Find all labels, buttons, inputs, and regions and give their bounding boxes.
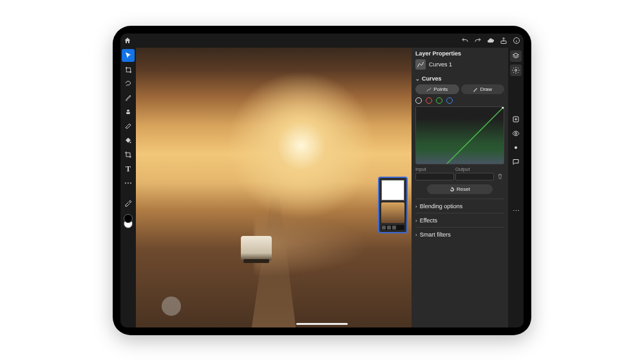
curves-points-button[interactable]: Points bbox=[415, 84, 459, 94]
cursor-tool[interactable] bbox=[122, 49, 135, 62]
channel-rgb[interactable] bbox=[415, 97, 422, 104]
svg-point-12 bbox=[515, 133, 517, 135]
tool-bar: T ⋯ bbox=[120, 48, 136, 327]
curves-points-label: Points bbox=[433, 86, 448, 92]
layer-name: Curves 1 bbox=[429, 61, 452, 68]
channel-blue[interactable] bbox=[446, 97, 453, 104]
svg-point-13 bbox=[515, 146, 517, 149]
more-rail-icon[interactable]: ⋯ bbox=[510, 205, 522, 217]
svg-point-10 bbox=[515, 70, 517, 72]
effects-toggle[interactable]: › Effects bbox=[415, 213, 504, 225]
share-icon[interactable] bbox=[499, 36, 508, 45]
info-icon[interactable] bbox=[512, 36, 521, 45]
input-field[interactable] bbox=[415, 173, 454, 180]
foreground-swatch[interactable] bbox=[124, 214, 133, 223]
input-output-row: Input Output bbox=[415, 166, 504, 180]
curves-section-toggle[interactable]: ⌄ Curves bbox=[415, 75, 504, 82]
reset-label: Reset bbox=[457, 186, 470, 192]
styles-rail-icon[interactable] bbox=[510, 142, 522, 153]
panel-title: Layer Properties bbox=[415, 50, 461, 57]
svg-point-5 bbox=[130, 142, 131, 143]
transform-tool[interactable] bbox=[122, 63, 135, 76]
undo-icon[interactable] bbox=[460, 36, 469, 45]
reset-button[interactable]: Reset bbox=[427, 184, 493, 194]
layers-rail-icon[interactable] bbox=[510, 50, 522, 62]
fill-tool[interactable] bbox=[122, 134, 135, 147]
touch-handle[interactable] bbox=[162, 297, 181, 316]
svg-line-7 bbox=[416, 107, 504, 164]
smart-filters-label: Smart filters bbox=[420, 231, 451, 238]
layer-type-icon bbox=[415, 59, 426, 70]
layer-action-2[interactable] bbox=[387, 226, 391, 229]
cloud-icon[interactable] bbox=[486, 36, 495, 45]
channel-red[interactable] bbox=[426, 97, 432, 104]
chevron-down-icon: ⌄ bbox=[415, 76, 420, 82]
svg-point-4 bbox=[129, 71, 131, 72]
effects-label: Effects bbox=[420, 217, 437, 224]
van-shape bbox=[241, 236, 272, 260]
home-indicator[interactable] bbox=[296, 323, 348, 325]
chevron-right-icon: › bbox=[415, 218, 417, 224]
type-tool[interactable]: T bbox=[122, 162, 135, 175]
curves-editor[interactable] bbox=[415, 106, 504, 164]
layer-thumbnail-curves[interactable] bbox=[381, 180, 404, 200]
output-field[interactable] bbox=[455, 173, 494, 180]
blending-options-toggle[interactable]: › Blending options bbox=[415, 199, 504, 211]
app-screen: T ⋯ bbox=[120, 34, 524, 327]
svg-line-6 bbox=[416, 107, 504, 164]
channel-green[interactable] bbox=[436, 97, 442, 104]
layer-action-3[interactable] bbox=[392, 226, 396, 229]
tablet-frame: T ⋯ bbox=[113, 26, 531, 335]
layer-action-1[interactable] bbox=[382, 226, 386, 229]
canvas-image bbox=[136, 48, 412, 327]
output-label: Output bbox=[455, 166, 494, 172]
layer-panel-actions bbox=[381, 225, 404, 230]
layer-thumbnail-image[interactable] bbox=[381, 202, 404, 223]
input-label: Input bbox=[415, 166, 454, 172]
crop-tool[interactable] bbox=[122, 148, 135, 161]
delete-point-icon[interactable] bbox=[495, 171, 504, 180]
floating-layers-panel[interactable] bbox=[378, 177, 408, 233]
visibility-rail-icon[interactable] bbox=[510, 128, 522, 139]
lasso-tool[interactable] bbox=[122, 77, 135, 90]
chevron-right-icon: › bbox=[415, 204, 417, 210]
canvas-viewport[interactable] bbox=[136, 48, 412, 327]
top-bar bbox=[120, 34, 524, 48]
selected-layer-row[interactable]: Curves 1 bbox=[415, 59, 504, 70]
curves-draw-button[interactable]: Draw bbox=[461, 84, 505, 94]
layer-properties-panel: Layer Properties Curves 1 ⌄ Curves Point… bbox=[412, 48, 508, 327]
home-icon[interactable] bbox=[123, 36, 132, 45]
comments-rail-icon[interactable] bbox=[510, 156, 522, 168]
add-rail-icon[interactable] bbox=[510, 113, 522, 125]
properties-rail-icon[interactable] bbox=[510, 64, 522, 76]
color-swatches[interactable] bbox=[124, 214, 133, 228]
brush-tool[interactable] bbox=[122, 92, 135, 104]
smart-filters-toggle[interactable]: › Smart filters bbox=[415, 227, 504, 239]
dust-shape bbox=[254, 213, 370, 277]
main-area: T ⋯ bbox=[120, 48, 524, 327]
right-rail: ⋯ bbox=[508, 48, 524, 327]
curves-draw-label: Draw bbox=[480, 86, 492, 92]
channel-selector bbox=[415, 97, 504, 104]
clone-stamp-tool[interactable] bbox=[122, 106, 135, 119]
curves-section-label: Curves bbox=[422, 75, 442, 82]
svg-point-3 bbox=[126, 67, 127, 68]
chevron-right-icon: › bbox=[415, 232, 417, 238]
eraser-tool[interactable] bbox=[122, 120, 135, 133]
type-tool-label: T bbox=[126, 164, 131, 174]
blending-options-label: Blending options bbox=[420, 203, 463, 210]
eyedropper-tool[interactable] bbox=[122, 197, 135, 210]
redo-icon[interactable] bbox=[473, 36, 482, 45]
more-tools-icon[interactable]: ⋯ bbox=[122, 177, 135, 190]
